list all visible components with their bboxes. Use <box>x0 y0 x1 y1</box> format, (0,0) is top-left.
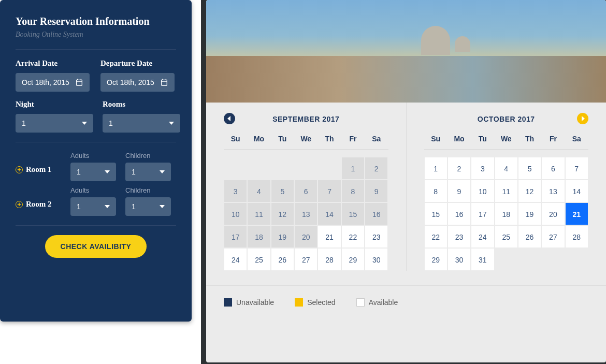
calendar-day[interactable]: 17 <box>471 202 494 225</box>
calendar-day[interactable]: 8 <box>424 180 448 202</box>
calendar-day[interactable]: 14 <box>565 180 588 202</box>
calendar-day[interactable]: 30 <box>448 248 471 271</box>
day-of-week-row: SuMoTuWeThFrSa <box>424 135 589 150</box>
calendar-empty-cell <box>247 157 270 180</box>
calendar-day[interactable]: 10 <box>471 180 494 202</box>
night-select[interactable]: 1 <box>16 114 93 133</box>
calendar-day: 17 <box>224 225 247 248</box>
calendar-day[interactable]: 26 <box>518 225 541 248</box>
calendar-day: 1 <box>341 157 365 180</box>
day-of-week: Tu <box>271 135 294 143</box>
departure-date-input[interactable]: Oct 18th, 2015 <box>100 73 175 92</box>
day-of-week: Th <box>518 135 541 143</box>
calendar-day[interactable]: 16 <box>448 202 471 225</box>
calendar-day[interactable]: 27 <box>541 225 565 248</box>
legend-unavailable: Unavailable <box>224 298 274 307</box>
calendar-day[interactable]: 22 <box>341 225 365 248</box>
calendar-day[interactable]: 7 <box>565 157 588 180</box>
calendar-day[interactable]: 28 <box>318 248 341 271</box>
calendar-day[interactable]: 23 <box>365 225 388 248</box>
room-block: +Room 1Adults1Children1 <box>16 152 176 181</box>
month-title: OCTOBER 2017 <box>424 115 589 123</box>
calendar-day: 10 <box>224 202 247 225</box>
calendar-day[interactable]: 5 <box>518 157 541 180</box>
divider <box>16 142 176 142</box>
calendar-day[interactable]: 29 <box>341 248 365 271</box>
calendar-day[interactable]: 11 <box>495 180 518 202</box>
calendar-day: 8 <box>341 180 365 202</box>
reservation-sidebar: Your Reservation Information Booking Onl… <box>0 0 192 322</box>
calendar-day: 16 <box>365 202 388 225</box>
calendar-day[interactable]: 24 <box>224 248 247 271</box>
room-label: +Room 1 <box>16 165 61 174</box>
calendar-day[interactable]: 27 <box>294 248 318 271</box>
plus-circle-icon[interactable]: + <box>16 166 23 173</box>
calendar-day[interactable]: 21 <box>565 202 588 225</box>
calendar-day[interactable]: 12 <box>518 180 541 202</box>
divider <box>16 49 176 50</box>
calendar-day[interactable]: 15 <box>424 202 448 225</box>
calendar-day[interactable]: 26 <box>271 248 294 271</box>
day-of-week: We <box>294 135 318 143</box>
check-availability-button[interactable]: CHECK AVAILIBITY <box>45 235 147 258</box>
calendar-day[interactable]: 20 <box>541 202 565 225</box>
calendar-day: 11 <box>247 202 270 225</box>
main-area: SEPTEMBER 2017SuMoTuWeThFrSa123456789101… <box>201 0 606 364</box>
day-of-week: Mo <box>448 135 471 143</box>
adults-select[interactable]: 1 <box>70 197 116 216</box>
night-value: 1 <box>22 119 26 127</box>
calendar-day[interactable]: 28 <box>565 225 588 248</box>
calendar-day[interactable]: 25 <box>495 225 518 248</box>
calendar-day[interactable]: 25 <box>247 248 270 271</box>
swatch-unavailable <box>224 298 232 307</box>
calendar-day[interactable]: 13 <box>541 180 565 202</box>
calendar-day[interactable]: 4 <box>495 157 518 180</box>
calendar-area: SEPTEMBER 2017SuMoTuWeThFrSa123456789101… <box>206 103 606 271</box>
chevron-down-icon <box>160 205 165 208</box>
chevron-down-icon <box>160 170 165 173</box>
calendar-empty-cell <box>224 157 247 180</box>
day-of-week: We <box>495 135 518 143</box>
calendar-day[interactable]: 21 <box>318 225 341 248</box>
room-label: +Room 2 <box>16 200 61 209</box>
day-of-week: Sa <box>565 135 588 143</box>
legend-selected: Selected <box>295 298 335 307</box>
day-of-week: Mo <box>247 135 270 143</box>
rooms-label: Rooms <box>103 100 180 109</box>
day-of-week: Su <box>224 135 247 143</box>
calendar-day[interactable]: 3 <box>471 157 494 180</box>
adults-select[interactable]: 1 <box>70 163 116 181</box>
calendar-day: 12 <box>271 202 294 225</box>
calendar-day[interactable]: 19 <box>518 202 541 225</box>
calendar-day[interactable]: 18 <box>495 202 518 225</box>
calendar-day[interactable]: 2 <box>448 157 471 180</box>
children-select[interactable]: 1 <box>125 163 171 181</box>
calendar-day[interactable]: 24 <box>471 225 494 248</box>
chevron-down-icon <box>105 170 110 173</box>
day-of-week: Tu <box>471 135 494 143</box>
children-select[interactable]: 1 <box>125 197 171 216</box>
rooms-select[interactable]: 1 <box>103 114 180 133</box>
day-of-week: Fr <box>341 135 365 143</box>
next-month-button[interactable] <box>577 113 588 124</box>
arrival-date-input[interactable]: Oct 18th, 2015 <box>16 73 90 92</box>
calendar-day: 19 <box>271 225 294 248</box>
arrival-label: Arrival Date <box>16 59 91 68</box>
calendar-day[interactable]: 31 <box>471 248 494 271</box>
calendar-day[interactable]: 30 <box>365 248 388 271</box>
calendar-day[interactable]: 29 <box>424 248 448 271</box>
calendar-day[interactable]: 22 <box>424 225 448 248</box>
chevron-down-icon <box>105 205 110 208</box>
calendar-day[interactable]: 6 <box>541 157 565 180</box>
plus-circle-icon[interactable]: + <box>16 201 23 208</box>
calendar-day: 4 <box>247 180 270 202</box>
calendar-pane: OCTOBER 2017SuMoTuWeThFrSa12345678910111… <box>407 103 607 271</box>
calendar-grid: 1234567891011121314151617181920212223242… <box>424 157 589 271</box>
day-of-week: Su <box>424 135 448 143</box>
swatch-available <box>356 298 365 307</box>
calendar-day[interactable]: 9 <box>448 180 471 202</box>
month-title: SEPTEMBER 2017 <box>224 115 388 123</box>
calendar-day[interactable]: 1 <box>424 157 448 180</box>
calendar-day[interactable]: 23 <box>448 225 471 248</box>
prev-month-button[interactable] <box>224 113 235 124</box>
